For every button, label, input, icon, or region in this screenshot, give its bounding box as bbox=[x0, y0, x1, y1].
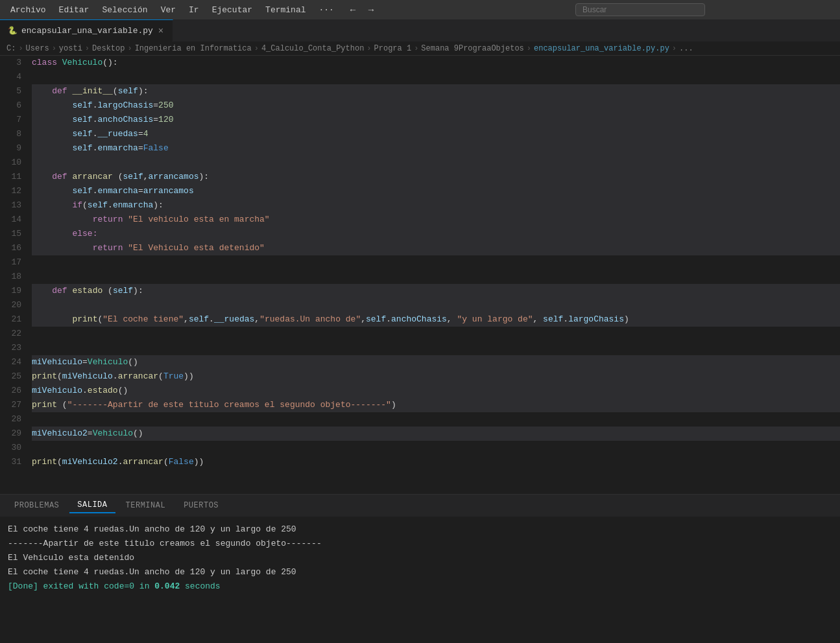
tab-encapsular[interactable]: 🐍 encapsular_una_variable.py × bbox=[0, 19, 173, 42]
code-line-22 bbox=[32, 327, 840, 341]
search-input[interactable] bbox=[575, 3, 705, 16]
code-line-28 bbox=[32, 412, 840, 427]
menu-bar: Archivo Editar Selección Ver Ir Ejecutar… bbox=[0, 0, 840, 19]
code-line-31: print(miVehiculo2.arrancar(False)) bbox=[32, 455, 840, 469]
menu-ver[interactable]: Ver bbox=[156, 4, 181, 16]
code-line-16: return "El Vehiculo esta detenido" bbox=[32, 241, 840, 255]
nav-back-button[interactable]: ← bbox=[344, 3, 361, 16]
code-line-15: else: bbox=[32, 227, 840, 241]
code-line-4 bbox=[32, 70, 840, 84]
code-line-5: def __init__(self): bbox=[32, 84, 840, 99]
code-line-12: self.enmarcha=arrancamos bbox=[32, 184, 840, 198]
output-line-3: El Vehiculo esta detenido bbox=[8, 551, 832, 565]
editor-area: 3 4 5 6 7 8 9 10 11 12 13 14 15 16 17 18… bbox=[0, 56, 840, 494]
code-line-8: self.__ruedas=4 bbox=[32, 127, 840, 141]
code-line-10 bbox=[32, 156, 840, 170]
breadcrumb: C: › Users › yosti › Desktop › Ingenieri… bbox=[0, 42, 840, 56]
code-line-24: miVehiculo=Vehiculo() bbox=[32, 355, 840, 369]
menu-more[interactable]: ··· bbox=[314, 4, 339, 16]
menu-ejecutar[interactable]: Ejecutar bbox=[207, 4, 258, 16]
menu-terminal[interactable]: Terminal bbox=[260, 4, 311, 16]
nav-forward-button[interactable]: → bbox=[363, 3, 379, 16]
code-line-13: if(self.enmarcha): bbox=[32, 198, 840, 213]
panel-output: El coche tiene 4 ruedas.Un ancho de 120 … bbox=[0, 517, 840, 643]
menu-editar[interactable]: Editar bbox=[54, 4, 95, 16]
code-line-25: print(miVehiculo.arrancar(True)) bbox=[32, 369, 840, 384]
tab-problemas[interactable]: PROBLEMAS bbox=[6, 498, 67, 513]
code-line-9: self.enmarcha=False bbox=[32, 141, 840, 156]
output-done-line: [Done] exited with code=0 in 0.042 secon… bbox=[8, 579, 832, 594]
tab-bar: 🐍 encapsular_una_variable.py × bbox=[0, 19, 840, 42]
code-line-29: miVehiculo2=Vehiculo() bbox=[32, 427, 840, 441]
menu-archivo[interactable]: Archivo bbox=[5, 4, 51, 16]
bottom-panel: PROBLEMAS SALIDA TERMINAL PUERTOS El coc… bbox=[0, 494, 840, 643]
tab-salida[interactable]: SALIDA bbox=[69, 498, 115, 513]
code-line-14: return "El vehiculo esta en marcha" bbox=[32, 213, 840, 227]
output-line-1: El coche tiene 4 ruedas.Un ancho de 120 … bbox=[8, 522, 832, 537]
code-line-27: print ("-------Apartir de este titulo cr… bbox=[32, 398, 840, 412]
code-line-30 bbox=[32, 441, 840, 455]
line-numbers: 3 4 5 6 7 8 9 10 11 12 13 14 15 16 17 18… bbox=[0, 56, 29, 494]
menu-ir[interactable]: Ir bbox=[184, 4, 204, 16]
python-file-icon: 🐍 bbox=[8, 26, 18, 36]
code-line-6: self.largoChasis=250 bbox=[32, 99, 840, 113]
tab-puertos[interactable]: PUERTOS bbox=[176, 498, 226, 513]
tab-close-button[interactable]: × bbox=[157, 26, 165, 36]
code-lines[interactable]: class Vehiculo(): def __init__(self): se… bbox=[29, 56, 840, 494]
output-line-4: El coche tiene 4 ruedas.Un ancho de 120 … bbox=[8, 565, 832, 579]
tab-terminal[interactable]: TERMINAL bbox=[118, 498, 174, 513]
menu-seleccion[interactable]: Selección bbox=[97, 4, 152, 16]
panel-tabs: PROBLEMAS SALIDA TERMINAL PUERTOS bbox=[0, 495, 840, 517]
code-container: 3 4 5 6 7 8 9 10 11 12 13 14 15 16 17 18… bbox=[0, 56, 840, 494]
code-line-23 bbox=[32, 341, 840, 355]
code-line-26: miVehiculo.estado() bbox=[32, 384, 840, 398]
code-line-20 bbox=[32, 298, 840, 312]
code-line-7: self.anchoChasis=120 bbox=[32, 113, 840, 127]
code-line-17 bbox=[32, 255, 840, 270]
output-line-2: -------Apartir de este titulo creamos el… bbox=[8, 537, 832, 551]
code-line-18 bbox=[32, 270, 840, 284]
nav-buttons: ← → bbox=[344, 3, 379, 16]
tab-label: encapsular_una_variable.py bbox=[21, 26, 153, 36]
code-line-11: def arrancar (self,arrancamos): bbox=[32, 170, 840, 184]
code-line-19: def estado (self): bbox=[32, 284, 840, 298]
code-line-3: class Vehiculo(): bbox=[32, 56, 840, 70]
code-line-21: print("El coche tiene",self.__ruedas,"ru… bbox=[32, 312, 840, 327]
